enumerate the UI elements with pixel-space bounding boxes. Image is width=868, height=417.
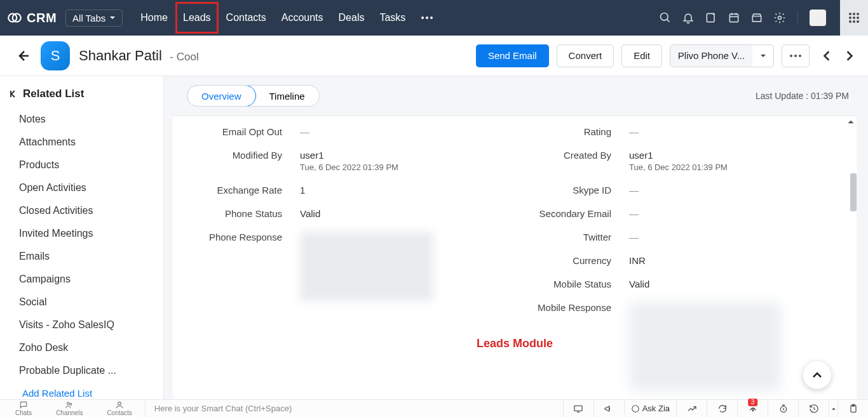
nav-contacts[interactable]: Contacts — [219, 2, 274, 34]
svg-point-3 — [426, 17, 428, 19]
add-note-icon[interactable] — [705, 11, 717, 24]
clipboard-icon[interactable] — [837, 400, 868, 417]
phone-action-button[interactable]: Plivo Phone V... — [670, 44, 752, 67]
nav-home[interactable]: Home — [133, 2, 175, 34]
sidebar-item-invited-meetings[interactable]: Invited Meetings — [0, 222, 163, 245]
field-sub: Tue, 6 Dec 2022 01:39 PM — [629, 162, 728, 172]
sidebar-item-notes[interactable]: Notes — [0, 108, 163, 131]
nav-leads[interactable]: Leads — [175, 2, 219, 34]
field-value: Valid — [629, 279, 649, 289]
announce-icon[interactable] — [593, 400, 624, 417]
calendar-icon[interactable] — [728, 11, 740, 24]
main-panel: Overview Timeline Last Update : 01:39 PM… — [164, 76, 868, 399]
chevron-up-icon — [811, 369, 823, 381]
fields-left: Email Opt Out — Modified By user1 Tue, 6… — [186, 120, 515, 397]
field-value: — — [300, 126, 309, 137]
sidebar-item-open-activities[interactable]: Open Activities — [0, 176, 163, 199]
edit-button[interactable]: Edit — [621, 44, 662, 67]
field-currency: Currency INR — [515, 249, 844, 272]
user-avatar[interactable] — [810, 10, 826, 26]
chevron-down-icon — [109, 15, 116, 21]
tab-overview[interactable]: Overview — [187, 85, 256, 107]
scroll-up-arrow-icon[interactable] — [846, 117, 855, 126]
svg-point-27 — [70, 403, 72, 405]
chat-icon — [19, 400, 28, 409]
sidebar-item-visits[interactable]: Visits - Zoho SalesIQ — [0, 314, 163, 336]
marketplace-icon[interactable] — [750, 11, 763, 24]
sidebar-item-social[interactable]: Social — [0, 291, 163, 314]
sidebar-item-zohodesk[interactable]: Zoho Desk — [0, 336, 163, 359]
lead-subtitle: - Cool — [170, 51, 198, 63]
chats-tab[interactable]: Chats — [15, 400, 32, 417]
apps-launcher[interactable] — [840, 0, 868, 36]
field-mobile-status: Mobile Status Valid — [515, 272, 844, 296]
field-label: Secondary Email — [515, 208, 629, 219]
convert-button[interactable]: Convert — [557, 44, 614, 67]
svg-point-13 — [849, 13, 851, 15]
svg-rect-7 — [707, 13, 714, 22]
svg-point-14 — [853, 13, 855, 15]
sidebar-item-duplicates[interactable]: Probable Duplicate ... — [0, 359, 163, 382]
expand-caret[interactable] — [829, 400, 837, 417]
sidebar-item-attachments[interactable]: Attachments — [0, 131, 163, 154]
nav-icons — [659, 0, 862, 36]
field-label: Exchange Rate — [186, 185, 300, 195]
sidebar-header: Related List — [0, 85, 163, 108]
zia-icon — [631, 404, 640, 413]
scroll-to-top-button[interactable] — [803, 361, 831, 389]
sidebar-item-campaigns[interactable]: Campaigns — [0, 268, 163, 291]
lead-title: Shankar Patil - Cool — [79, 48, 199, 64]
view-tabs: Overview Timeline — [187, 85, 320, 107]
tab-timeline[interactable]: Timeline — [255, 86, 319, 106]
refresh-icon[interactable] — [707, 400, 737, 417]
notification-badge: 3 — [748, 399, 758, 406]
nav-accounts[interactable]: Accounts — [274, 2, 331, 34]
sidebar-item-emails[interactable]: Emails — [0, 245, 163, 268]
ask-zia-button[interactable]: Ask Zia — [624, 400, 676, 417]
redacted-content — [629, 302, 782, 391]
prev-record-icon[interactable] — [821, 50, 832, 62]
nav-tasks[interactable]: Tasks — [372, 2, 413, 34]
chevron-down-icon — [760, 53, 766, 59]
ellipsis-icon — [789, 54, 802, 58]
brand: CRM — [6, 10, 57, 26]
sidebar-item-closed-activities[interactable]: Closed Activities — [0, 199, 163, 222]
sidebar-item-products[interactable]: Products — [0, 154, 163, 176]
field-twitter: Twitter — — [515, 225, 844, 249]
clock-icon[interactable] — [768, 400, 798, 417]
all-tabs-dropdown[interactable]: All Tabs — [65, 10, 123, 27]
svg-point-17 — [853, 17, 855, 19]
field-label: Email Opt Out — [186, 126, 300, 137]
nav-deals[interactable]: Deals — [331, 2, 372, 34]
trending-icon[interactable] — [676, 400, 707, 417]
search-icon[interactable] — [659, 11, 672, 24]
scrollbar-thumb[interactable] — [850, 173, 857, 211]
signal-icon[interactable]: 3 — [737, 400, 768, 417]
phone-action-caret[interactable] — [752, 44, 774, 67]
smart-chat-hint[interactable]: Here is your Smart Chat (Ctrl+Space) — [145, 400, 563, 417]
screen-share-icon[interactable] — [563, 400, 593, 417]
next-record-icon[interactable] — [844, 50, 855, 62]
field-label: Created By — [515, 150, 629, 172]
field-phone-status: Phone Status Valid — [186, 202, 515, 225]
bell-icon[interactable] — [682, 11, 695, 24]
contacts-tab[interactable]: Contacts — [107, 400, 132, 417]
sidebar-title: Related List — [23, 88, 84, 100]
send-email-button[interactable]: Send Email — [476, 44, 549, 67]
back-arrow-icon[interactable] — [15, 48, 31, 63]
gear-icon[interactable] — [773, 11, 786, 24]
field-secondary-email: Secondary Email — — [515, 202, 844, 225]
svg-point-20 — [853, 20, 855, 23]
svg-point-4 — [430, 17, 433, 19]
collapse-icon[interactable] — [9, 89, 18, 98]
channels-tab[interactable]: Channels — [56, 400, 83, 417]
history-icon[interactable] — [798, 400, 829, 417]
field-label: Phone Response — [186, 232, 300, 301]
more-actions-button[interactable] — [782, 44, 810, 67]
field-created-by: Created By user1 Tue, 6 Dec 2022 01:39 P… — [515, 143, 844, 178]
last-update: Last Update : 01:39 PM — [756, 91, 849, 101]
nav-more[interactable] — [413, 6, 441, 30]
svg-point-15 — [857, 13, 859, 15]
field-value: — — [629, 208, 639, 219]
add-related-list-link[interactable]: Add Related List — [0, 382, 163, 399]
